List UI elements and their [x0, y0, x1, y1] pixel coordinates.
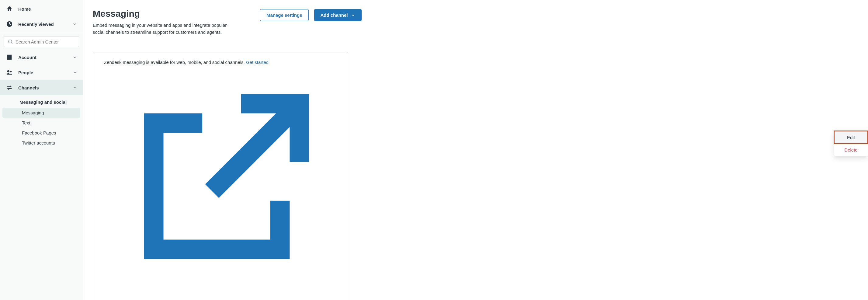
chevron-down-icon	[351, 13, 355, 17]
sidebar-item-label: Channels	[18, 85, 39, 90]
sidebar-item-home[interactable]: Home	[0, 1, 83, 17]
building-icon	[6, 54, 13, 61]
sidebar: Home Recently viewed Account	[0, 0, 83, 300]
page-header: Messaging Embed messaging in your websit…	[93, 8, 858, 36]
chevron-down-icon	[72, 55, 77, 60]
svg-point-4	[10, 71, 12, 73]
sidebar-subitem-text[interactable]: Text	[2, 118, 80, 128]
add-channel-label: Add channel	[320, 12, 348, 18]
sidebar-item-recently-viewed[interactable]: Recently viewed	[0, 17, 83, 32]
chevron-up-icon	[72, 85, 77, 90]
sidebar-item-label: Account	[18, 55, 36, 60]
sidebar-subitem-facebook-pages[interactable]: Facebook Pages	[2, 128, 80, 138]
info-banner: Zendesk messaging is available for web, …	[93, 52, 348, 300]
search-input[interactable]	[16, 39, 75, 44]
add-channel-button[interactable]: Add channel	[314, 9, 362, 21]
search-icon	[8, 39, 13, 44]
chevron-down-icon	[72, 22, 77, 27]
get-started-link[interactable]: Get started	[104, 60, 338, 299]
sidebar-sublist: Messaging and social Messaging Text Face…	[0, 95, 83, 149]
menu-item-delete[interactable]: Delete	[834, 144, 868, 156]
sidebar-item-label: Recently viewed	[18, 22, 54, 27]
sidebar-item-label: Home	[18, 6, 31, 11]
sidebar-subheading: Messaging and social	[0, 96, 83, 108]
search-input-wrap[interactable]	[4, 36, 79, 47]
search-container	[0, 32, 83, 50]
sidebar-item-people[interactable]: People	[0, 65, 83, 80]
sidebar-subitem-messaging[interactable]: Messaging	[2, 108, 80, 118]
info-text: Zendesk messaging is available for web, …	[104, 60, 246, 65]
row-context-menu: Edit Delete	[834, 131, 868, 156]
svg-line-2	[11, 42, 12, 43]
arrows-swap-icon	[6, 84, 13, 91]
main-content: Messaging Embed messaging in your websit…	[83, 0, 868, 300]
clock-icon	[6, 21, 13, 27]
menu-item-edit[interactable]: Edit	[834, 131, 868, 144]
people-icon	[6, 69, 13, 76]
page-title: Messaging	[93, 8, 232, 19]
sidebar-subitem-twitter-accounts[interactable]: Twitter accounts	[2, 138, 80, 148]
manage-settings-button[interactable]: Manage settings	[260, 9, 309, 21]
chevron-down-icon	[72, 70, 77, 75]
svg-point-3	[7, 70, 9, 72]
get-started-label: Get started	[246, 60, 269, 65]
sidebar-item-channels[interactable]: Channels	[0, 80, 83, 95]
external-link-icon	[105, 294, 338, 299]
sidebar-item-account[interactable]: Account	[0, 50, 83, 65]
sidebar-item-label: People	[18, 70, 33, 75]
home-icon	[6, 5, 13, 12]
svg-point-1	[8, 40, 12, 43]
page-description: Embed messaging in your website and apps…	[93, 22, 232, 36]
